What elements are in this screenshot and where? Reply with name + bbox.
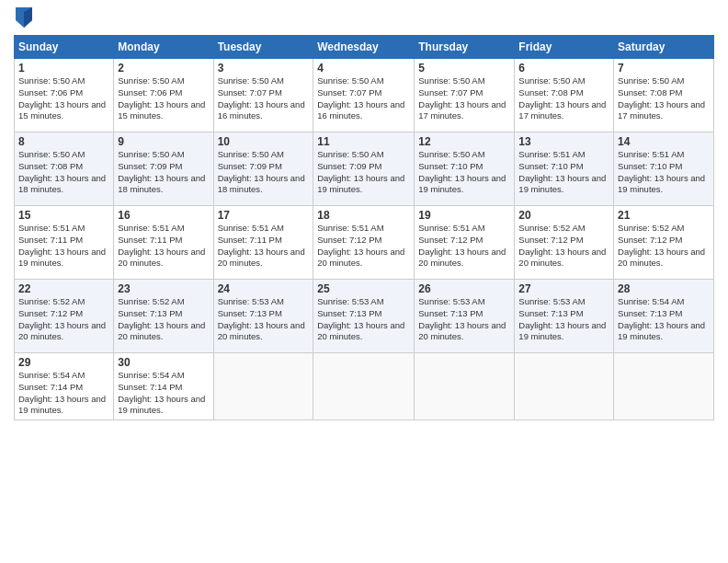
day-number: 9	[118, 135, 209, 148]
day-number: 17	[218, 209, 310, 222]
day-info: Sunrise: 5:51 AMSunset: 7:10 PMDaylight:…	[518, 149, 609, 196]
day-cell: 17Sunrise: 5:51 AMSunset: 7:11 PMDayligh…	[213, 206, 313, 280]
day-number: 23	[118, 282, 209, 295]
day-number: 14	[618, 135, 710, 148]
day-info: Sunrise: 5:50 AMSunset: 7:09 PMDaylight:…	[218, 149, 310, 196]
day-info: Sunrise: 5:50 AMSunset: 7:09 PMDaylight:…	[317, 149, 410, 196]
day-cell: 7Sunrise: 5:50 AMSunset: 7:08 PMDaylight…	[614, 59, 714, 132]
day-cell: 15Sunrise: 5:51 AMSunset: 7:11 PMDayligh…	[15, 206, 114, 280]
day-info: Sunrise: 5:51 AMSunset: 7:11 PMDaylight:…	[218, 223, 310, 270]
day-cell: 11Sunrise: 5:50 AMSunset: 7:09 PMDayligh…	[313, 132, 415, 206]
day-info: Sunrise: 5:50 AMSunset: 7:08 PMDaylight:…	[18, 149, 109, 196]
day-number: 13	[518, 135, 609, 148]
calendar-header-row: SundayMondayTuesdayWednesdayThursdayFrid…	[15, 36, 714, 59]
week-row-3: 15Sunrise: 5:51 AMSunset: 7:11 PMDayligh…	[15, 206, 714, 280]
day-cell: 14Sunrise: 5:51 AMSunset: 7:10 PMDayligh…	[614, 132, 714, 206]
day-info: Sunrise: 5:54 AMSunset: 7:14 PMDaylight:…	[118, 370, 209, 417]
day-cell: 5Sunrise: 5:50 AMSunset: 7:07 PMDaylight…	[415, 59, 515, 132]
day-cell	[313, 353, 415, 420]
day-number: 25	[317, 282, 410, 295]
day-info: Sunrise: 5:51 AMSunset: 7:11 PMDaylight:…	[118, 223, 209, 270]
day-cell	[213, 353, 313, 420]
day-info: Sunrise: 5:50 AMSunset: 7:10 PMDaylight:…	[418, 149, 510, 196]
day-info: Sunrise: 5:50 AMSunset: 7:06 PMDaylight:…	[118, 75, 209, 122]
day-number: 4	[317, 62, 410, 75]
day-info: Sunrise: 5:51 AMSunset: 7:10 PMDaylight:…	[618, 149, 710, 196]
day-cell: 22Sunrise: 5:52 AMSunset: 7:12 PMDayligh…	[15, 280, 114, 353]
day-cell	[415, 353, 515, 420]
day-number: 26	[418, 282, 510, 295]
day-cell: 12Sunrise: 5:50 AMSunset: 7:10 PMDayligh…	[415, 132, 515, 206]
day-number: 6	[518, 62, 609, 75]
day-cell: 16Sunrise: 5:51 AMSunset: 7:11 PMDayligh…	[114, 206, 213, 280]
day-number: 30	[118, 356, 209, 369]
week-row-4: 22Sunrise: 5:52 AMSunset: 7:12 PMDayligh…	[15, 280, 714, 353]
day-header-sunday: Sunday	[15, 36, 114, 59]
day-cell: 28Sunrise: 5:54 AMSunset: 7:13 PMDayligh…	[614, 280, 714, 353]
day-cell: 24Sunrise: 5:53 AMSunset: 7:13 PMDayligh…	[213, 280, 313, 353]
day-header-wednesday: Wednesday	[313, 36, 415, 59]
day-number: 3	[218, 62, 310, 75]
day-cell: 30Sunrise: 5:54 AMSunset: 7:14 PMDayligh…	[114, 353, 213, 420]
day-cell: 4Sunrise: 5:50 AMSunset: 7:07 PMDaylight…	[313, 59, 415, 132]
day-number: 12	[418, 135, 510, 148]
day-number: 10	[218, 135, 310, 148]
day-info: Sunrise: 5:53 AMSunset: 7:13 PMDaylight:…	[418, 296, 510, 343]
header	[14, 9, 714, 28]
day-cell: 9Sunrise: 5:50 AMSunset: 7:09 PMDaylight…	[114, 132, 213, 206]
logo-text	[14, 9, 32, 28]
day-info: Sunrise: 5:52 AMSunset: 7:12 PMDaylight:…	[518, 223, 609, 270]
day-header-monday: Monday	[114, 36, 213, 59]
day-number: 16	[118, 209, 209, 222]
week-row-5: 29Sunrise: 5:54 AMSunset: 7:14 PMDayligh…	[15, 353, 714, 420]
day-number: 5	[418, 62, 510, 75]
day-cell: 8Sunrise: 5:50 AMSunset: 7:08 PMDaylight…	[15, 132, 114, 206]
day-info: Sunrise: 5:53 AMSunset: 7:13 PMDaylight:…	[518, 296, 609, 343]
day-number: 29	[18, 356, 109, 369]
day-number: 28	[618, 282, 710, 295]
day-cell	[515, 353, 614, 420]
day-info: Sunrise: 5:52 AMSunset: 7:13 PMDaylight:…	[118, 296, 209, 343]
day-number: 19	[418, 209, 510, 222]
day-info: Sunrise: 5:52 AMSunset: 7:12 PMDaylight:…	[18, 296, 109, 343]
day-number: 18	[317, 209, 410, 222]
day-number: 1	[18, 62, 109, 75]
day-info: Sunrise: 5:53 AMSunset: 7:13 PMDaylight:…	[218, 296, 310, 343]
day-number: 8	[18, 135, 109, 148]
day-header-saturday: Saturday	[614, 36, 714, 59]
day-cell: 18Sunrise: 5:51 AMSunset: 7:12 PMDayligh…	[313, 206, 415, 280]
day-info: Sunrise: 5:51 AMSunset: 7:12 PMDaylight:…	[418, 223, 510, 270]
day-cell: 25Sunrise: 5:53 AMSunset: 7:13 PMDayligh…	[313, 280, 415, 353]
day-info: Sunrise: 5:50 AMSunset: 7:07 PMDaylight:…	[418, 75, 510, 122]
day-info: Sunrise: 5:54 AMSunset: 7:14 PMDaylight:…	[18, 370, 109, 417]
day-number: 21	[618, 209, 710, 222]
day-number: 11	[317, 135, 410, 148]
day-cell: 21Sunrise: 5:52 AMSunset: 7:12 PMDayligh…	[614, 206, 714, 280]
day-cell: 19Sunrise: 5:51 AMSunset: 7:12 PMDayligh…	[415, 206, 515, 280]
day-number: 22	[18, 282, 109, 295]
day-number: 15	[18, 209, 109, 222]
day-info: Sunrise: 5:53 AMSunset: 7:13 PMDaylight:…	[317, 296, 410, 343]
calendar-page: SundayMondayTuesdayWednesdayThursdayFrid…	[0, 0, 728, 563]
day-info: Sunrise: 5:50 AMSunset: 7:06 PMDaylight:…	[18, 75, 109, 122]
day-info: Sunrise: 5:54 AMSunset: 7:13 PMDaylight:…	[618, 296, 710, 343]
day-number: 2	[118, 62, 209, 75]
day-cell: 27Sunrise: 5:53 AMSunset: 7:13 PMDayligh…	[515, 280, 614, 353]
day-header-friday: Friday	[515, 36, 614, 59]
day-info: Sunrise: 5:50 AMSunset: 7:08 PMDaylight:…	[518, 75, 609, 122]
day-number: 20	[518, 209, 609, 222]
day-info: Sunrise: 5:50 AMSunset: 7:07 PMDaylight:…	[218, 75, 310, 122]
calendar-table: SundayMondayTuesdayWednesdayThursdayFrid…	[14, 35, 714, 420]
day-info: Sunrise: 5:51 AMSunset: 7:11 PMDaylight:…	[18, 223, 109, 270]
week-row-1: 1Sunrise: 5:50 AMSunset: 7:06 PMDaylight…	[15, 59, 714, 132]
day-info: Sunrise: 5:50 AMSunset: 7:07 PMDaylight:…	[317, 75, 410, 122]
day-cell: 3Sunrise: 5:50 AMSunset: 7:07 PMDaylight…	[213, 59, 313, 132]
day-cell: 2Sunrise: 5:50 AMSunset: 7:06 PMDaylight…	[114, 59, 213, 132]
day-cell	[614, 353, 714, 420]
day-number: 7	[618, 62, 710, 75]
day-info: Sunrise: 5:51 AMSunset: 7:12 PMDaylight:…	[317, 223, 410, 270]
day-cell: 29Sunrise: 5:54 AMSunset: 7:14 PMDayligh…	[15, 353, 114, 420]
day-cell: 23Sunrise: 5:52 AMSunset: 7:13 PMDayligh…	[114, 280, 213, 353]
day-cell: 13Sunrise: 5:51 AMSunset: 7:10 PMDayligh…	[515, 132, 614, 206]
day-header-tuesday: Tuesday	[213, 36, 313, 59]
